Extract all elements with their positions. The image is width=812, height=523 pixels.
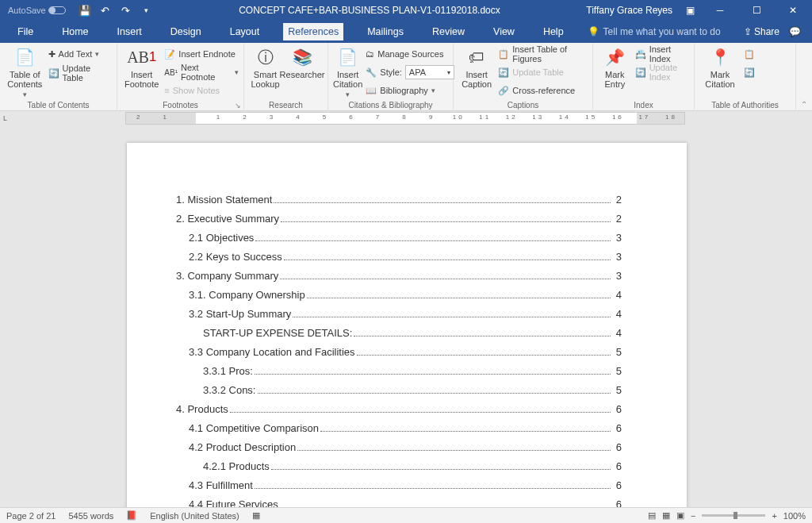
close-button[interactable]: ✕ <box>780 0 806 21</box>
toc-leader-dots <box>230 412 611 413</box>
toc-entry-page: 2 <box>612 194 622 206</box>
citation-style-select[interactable]: 🔧 Style: APA▾ <box>366 64 454 80</box>
web-layout-icon[interactable]: ▣ <box>676 510 684 521</box>
toc-leader-dots <box>293 317 611 317</box>
menu-mailings[interactable]: Mailings <box>362 23 408 40</box>
toc-entry[interactable]: 4.4 Future Services6 <box>176 498 622 507</box>
menu-layout[interactable]: Layout <box>225 23 265 40</box>
tell-me-search[interactable]: 💡 Tell me what you want to do <box>588 26 721 37</box>
footnotes-dialog-launcher[interactable]: ↘ <box>235 102 241 110</box>
show-notes-button[interactable]: ≡Show Notes <box>164 83 239 98</box>
update-tof-icon: 🔄 <box>498 67 509 78</box>
menu-help[interactable]: Help <box>538 23 569 40</box>
toa-icon: 📋 <box>744 49 755 60</box>
insert-citation-button[interactable]: 📄 Insert Citation <box>333 46 362 98</box>
toc-entry[interactable]: 4.2.1 Products6 <box>176 460 622 472</box>
smart-lookup-icon: ⓘ <box>255 46 277 68</box>
update-toa-button[interactable]: 🔄 <box>744 64 755 80</box>
word-count[interactable]: 5455 words <box>68 511 113 521</box>
toc-entry[interactable]: 3.3 Company Location and Facilities5 <box>176 346 622 358</box>
caption-icon: 🏷 <box>465 46 488 68</box>
spell-check-icon[interactable]: 📕 <box>126 510 137 521</box>
insert-toa-button[interactable]: 📋 <box>744 46 755 62</box>
read-mode-icon[interactable]: ▤ <box>648 510 656 521</box>
update-tof-button[interactable]: 🔄Update Table <box>498 64 588 80</box>
toc-entry[interactable]: 4. Products6 <box>176 403 622 415</box>
macro-icon[interactable]: ▦ <box>252 510 260 521</box>
menu-file[interactable]: File <box>13 23 38 40</box>
researcher-button[interactable]: 📚 Researcher <box>282 46 323 79</box>
user-name[interactable]: Tiffany Grace Reyes <box>586 5 672 16</box>
toc-entry[interactable]: 3.3.2 Cons:5 <box>176 384 622 396</box>
redo-icon[interactable]: ↷ <box>120 4 132 17</box>
undo-icon[interactable]: ↶ <box>99 4 112 17</box>
menu-review[interactable]: Review <box>427 23 469 40</box>
zoom-slider[interactable] <box>702 514 765 517</box>
endnote-icon: 📝 <box>164 49 175 60</box>
horizontal-ruler[interactable]: 21123456789101112131415161718 <box>125 112 685 125</box>
toc-entry[interactable]: 3.3.1 Pros:5 <box>176 365 622 377</box>
toc-entry-label: 3.2 Start-Up Summary <box>189 308 291 320</box>
toc-entry[interactable]: 2.1 Objectives3 <box>176 232 622 244</box>
language-indicator[interactable]: English (United States) <box>150 511 239 521</box>
menu-view[interactable]: View <box>488 23 519 40</box>
toc-entry[interactable]: 3. Company Summary3 <box>176 270 622 282</box>
maximize-button[interactable]: ☐ <box>744 0 769 21</box>
toc-entry[interactable]: 3.2 Start-Up Summary4 <box>176 308 622 320</box>
minimize-button[interactable]: ─ <box>707 0 733 21</box>
insert-footnote-button[interactable]: AB1 Insert Footnote <box>122 46 161 89</box>
insert-tof-button[interactable]: 📋Insert Table of Figures <box>498 46 588 62</box>
print-layout-icon[interactable]: ▦ <box>662 510 670 521</box>
update-table-button[interactable]: 🔄Update Table <box>48 65 112 81</box>
mark-entry-button[interactable]: 📌 Mark Entry <box>598 46 632 89</box>
document-workspace[interactable]: 1. Mission Statement22. Executive Summar… <box>0 125 812 507</box>
menu-home[interactable]: Home <box>57 23 93 40</box>
mark-citation-icon: 📍 <box>709 46 731 68</box>
toc-entry[interactable]: 3.1. Company Ownership4 <box>176 289 622 301</box>
insert-caption-button[interactable]: 🏷 Insert Caption <box>458 46 495 89</box>
toc-entry[interactable]: 2.2 Keys to Success3 <box>176 251 622 263</box>
toc-entry[interactable]: 2. Executive Summary2 <box>176 213 622 225</box>
document-page[interactable]: 1. Mission Statement22. Executive Summar… <box>127 143 687 507</box>
zoom-out-button[interactable]: − <box>691 511 695 521</box>
smart-lookup-button[interactable]: ⓘ Smart Lookup <box>249 46 282 89</box>
title-bar: AutoSave 💾 ↶ ↷ ▾ CONCEPT CAFE+BAR-BUSINE… <box>0 0 812 21</box>
mark-citation-button[interactable]: 📍 Mark Citation <box>699 46 741 89</box>
toc-entry[interactable]: 4.3 Fulfillment6 <box>176 479 622 491</box>
toc-entry[interactable]: START-UP EXPENSE DETAILS:4 <box>176 327 622 339</box>
qat-customize-icon[interactable]: ▾ <box>140 4 153 17</box>
zoom-level[interactable]: 100% <box>783 511 806 521</box>
toc-entry[interactable]: 4.2 Product Description6 <box>176 441 622 453</box>
collapse-ribbon-icon[interactable]: ⌃ <box>801 100 807 109</box>
menu-design[interactable]: Design <box>166 23 206 40</box>
add-text-button[interactable]: ✚Add Text <box>48 46 112 62</box>
group-label-citations: Citations & Bibliography <box>328 101 453 111</box>
page-indicator[interactable]: Page 2 of 21 <box>6 511 56 521</box>
cross-reference-button[interactable]: 🔗Cross-reference <box>498 83 588 98</box>
menu-references[interactable]: References <box>283 23 343 40</box>
update-index-button[interactable]: 🔄Update Index <box>635 64 689 80</box>
share-button[interactable]: ⇪ Share <box>744 26 779 37</box>
group-toc: 📄 Table of Contents ✚Add Text 🔄Update Ta… <box>0 43 117 111</box>
autosave-toggle[interactable]: AutoSave <box>8 6 66 15</box>
next-footnote-button[interactable]: AB¹Next Footnote <box>164 64 239 80</box>
insert-index-button[interactable]: 📇Insert Index <box>635 46 689 62</box>
bibliography-button[interactable]: 📖Bibliography <box>366 83 454 98</box>
table-of-contents-button[interactable]: 📄 Table of Contents <box>5 46 45 98</box>
toc-entry[interactable]: 1. Mission Statement2 <box>176 194 622 206</box>
table-of-contents[interactable]: 1. Mission Statement22. Executive Summar… <box>176 194 622 507</box>
manage-sources-button[interactable]: 🗂Manage Sources <box>366 46 454 62</box>
toc-entry[interactable]: 4.1 Competitive Comparison6 <box>176 422 622 434</box>
style-combobox[interactable]: APA▾ <box>405 65 454 79</box>
toc-entry-label: 4.3 Fulfillment <box>189 479 253 491</box>
zoom-in-button[interactable]: + <box>772 511 776 521</box>
comments-icon[interactable]: 💬 <box>789 26 801 37</box>
menu-insert[interactable]: Insert <box>113 23 147 40</box>
insert-endnote-button[interactable]: 📝Insert Endnote <box>164 46 239 62</box>
toc-icon: 📄 <box>13 46 36 68</box>
save-icon[interactable]: 💾 <box>79 4 91 17</box>
ribbon-display-icon[interactable]: ▣ <box>684 4 696 17</box>
group-label-toc: Table of Contents <box>0 101 117 111</box>
tof-icon: 📋 <box>498 49 509 60</box>
toc-leader-dots <box>255 240 611 241</box>
